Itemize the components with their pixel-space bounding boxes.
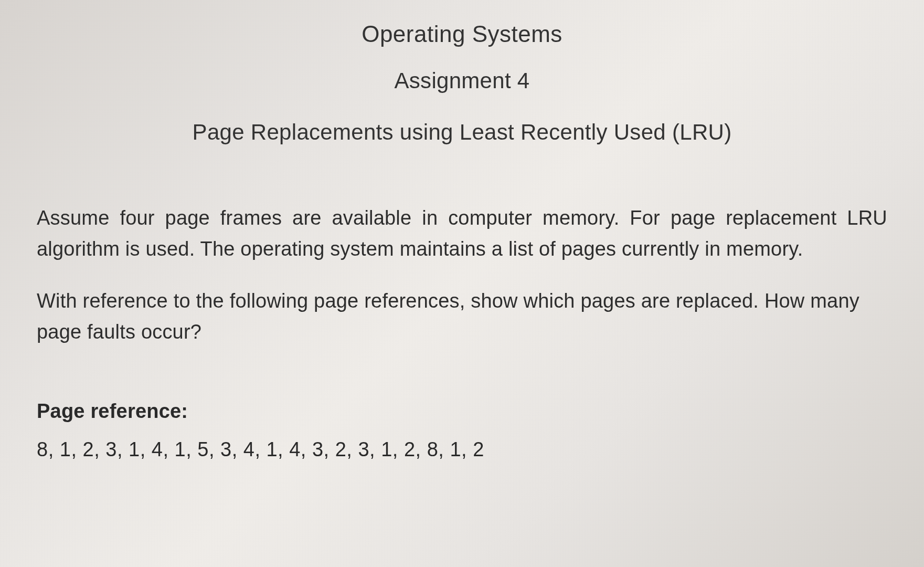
course-title: Operating Systems: [37, 21, 887, 47]
document-header: Operating Systems Assignment 4 Page Repl…: [37, 21, 887, 145]
assignment-title: Assignment 4: [37, 68, 887, 93]
paragraph-1: Assume four page frames are available in…: [37, 203, 887, 265]
topic-title: Page Replacements using Least Recently U…: [37, 120, 887, 145]
spacer: [37, 369, 887, 400]
paragraph-2: With reference to the following page ref…: [37, 286, 887, 348]
page-reference-values: 8, 1, 2, 3, 1, 4, 1, 5, 3, 4, 1, 4, 3, 2…: [37, 438, 887, 461]
page-reference-label: Page reference:: [37, 400, 887, 423]
